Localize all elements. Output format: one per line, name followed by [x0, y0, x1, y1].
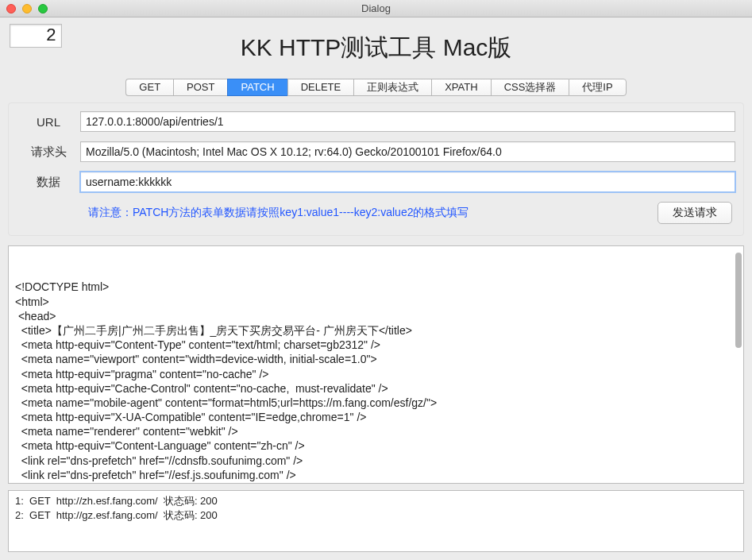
request-form-panel: URL 请求头 数据 请注意：PATCH方法的表单数据请按照key1:value…	[8, 102, 744, 236]
response-line: <head>	[15, 309, 737, 323]
history-panel[interactable]: 1: GET http://zh.esf.fang.com/ 状态码: 2002…	[8, 490, 744, 552]
header-input[interactable]	[80, 141, 735, 162]
minimize-icon[interactable]	[22, 4, 32, 14]
header-label: 请求头	[17, 145, 80, 160]
close-icon[interactable]	[6, 4, 16, 14]
response-line: <meta name="mobile-agent" content="forma…	[15, 396, 737, 410]
tab-css选择器[interactable]: CSS选择器	[491, 79, 569, 96]
method-tabbar: GETPOSTPATCHDELETE正则表达式XPATHCSS选择器代理IP	[0, 79, 752, 96]
tab-delete[interactable]: DELETE	[287, 79, 354, 96]
tab-正则表达式[interactable]: 正则表达式	[353, 79, 431, 96]
notice-row: 请注意：PATCH方法的表单数据请按照key1:value1----key2:v…	[17, 202, 735, 224]
response-line: <meta http-equiv="Cache-Control" content…	[15, 381, 737, 396]
url-input[interactable]	[80, 111, 735, 132]
traffic-lights	[0, 4, 48, 14]
tab-post[interactable]: POST	[173, 79, 227, 96]
response-line: <meta name="viewport" content="width=dev…	[15, 352, 737, 366]
response-line: <link rel="dns-prefetch" href="//cdnsfb.…	[15, 454, 737, 468]
response-line: <link rel="dns-prefetch" href="//esf.js.…	[15, 468, 737, 482]
response-line: <meta name="renderer" content="webkit" /…	[15, 424, 737, 438]
tab-patch[interactable]: PATCH	[227, 79, 287, 96]
tab-代理ip[interactable]: 代理IP	[569, 79, 626, 96]
titlebar: Dialog	[0, 0, 752, 17]
url-row: URL	[17, 111, 735, 132]
response-line: <html>	[15, 295, 737, 309]
response-line: <link rel="dns-prefetch" href="//img1n.s…	[15, 482, 737, 484]
tab-xpath[interactable]: XPATH	[431, 79, 490, 96]
maximize-icon[interactable]	[38, 4, 48, 14]
data-label: 数据	[17, 175, 80, 190]
response-panel[interactable]: <!DOCTYPE html><html> <head> <title>【广州二…	[8, 245, 744, 484]
response-line: <!DOCTYPE html>	[15, 280, 737, 294]
send-button[interactable]: 发送请求	[658, 202, 732, 224]
header-row: 请求头	[17, 141, 735, 162]
window-title: Dialog	[0, 2, 752, 14]
url-label: URL	[17, 115, 80, 129]
counter-display: 2	[10, 24, 62, 48]
response-line: <meta http-equiv="Content-Type" content=…	[15, 338, 737, 352]
tab-get[interactable]: GET	[125, 79, 173, 96]
response-scrollbar[interactable]	[735, 253, 742, 348]
data-input[interactable]	[80, 172, 735, 192]
response-line: <meta http-equiv="pragma" content="no-ca…	[15, 367, 737, 381]
data-row: 数据	[17, 172, 735, 192]
history-line: 2: GET http://gz.esf.fang.com/ 状态码: 200	[15, 508, 737, 523]
response-line: <meta http-equiv="Content-Language" cont…	[15, 438, 737, 453]
app-title: KK HTTP测试工具 Mac版	[0, 32, 752, 64]
history-line: 1: GET http://zh.esf.fang.com/ 状态码: 200	[15, 494, 737, 508]
response-line: <meta http-equiv="X-UA-Compatible" conte…	[15, 410, 737, 424]
patch-format-notice: 请注意：PATCH方法的表单数据请按照key1:value1----key2:v…	[17, 206, 658, 220]
response-line: <title>【广州二手房|广州二手房出售】_房天下买房交易平台- 广州房天下<…	[15, 323, 737, 338]
